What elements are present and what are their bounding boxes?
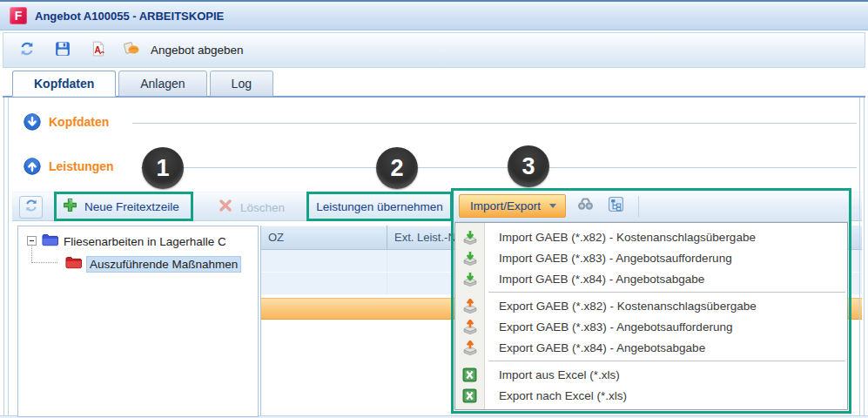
menu-item-export-excel[interactable]: Export nach Excel (*.xls) [455,385,847,406]
titlebar: F Angebot A100055 - ARBEITSKOPIE [0,2,868,30]
pdf-icon: A [91,41,106,60]
window-title: Angebot A100055 - ARBEITSKOPIE [35,10,224,23]
refresh-icon [19,41,35,60]
export-tray-icon [462,299,478,314]
export-tray-icon [462,340,478,355]
import-export-annotation-box: Import/Export Import GAEB (* [451,188,851,414]
tab-kopfdaten[interactable]: Kopfdaten [12,71,116,97]
save-icon [55,41,71,60]
tab-anlagen[interactable]: Anlagen [118,71,206,97]
submit-offer-button[interactable]: Angebot abgeben [123,41,244,59]
menu-separator [488,361,845,361]
import-tray-icon [462,230,478,245]
frame-line [859,98,860,416]
tree-root-label[interactable]: Fliesenarbeiten in Lagerhalle C [64,235,226,248]
section-kopfdaten-label[interactable]: Kopfdaten [49,115,109,129]
import-export-label: Import/Export [470,199,541,212]
section-leistungen-line [141,167,857,168]
application-window: F Angebot A100055 - ARBEITSKOPIE A Angeb… [0,0,868,418]
tree-node-root[interactable]: Fliesenarbeiten in Lagerhalle C [27,233,226,250]
app-logo-icon: F [10,7,27,24]
menu-item-export-x83[interactable]: Export GAEB (*.x83) - Angebotsaufforderu… [455,316,847,337]
menu-item-export-x84[interactable]: Export GAEB (*.x84) - Angebotsabgabe [455,337,847,358]
frame-line [864,98,865,416]
tree-view-button[interactable] [604,195,627,218]
hand-document-icon [123,41,140,59]
frame-line [8,98,9,416]
submit-offer-label: Angebot abgeben [151,44,244,57]
import-export-button[interactable]: Import/Export [459,194,566,218]
menu-item-export-x82[interactable]: Export GAEB (*.x82) - Kostenanschlagsübe… [455,295,847,316]
refresh-button[interactable] [16,39,38,62]
takeover-button[interactable]: Leistungen übernehmen [306,192,453,221]
excel-icon [462,388,478,403]
menu-item-import-x84[interactable]: Import GAEB (*.x84) - Angebotsabgabe [455,268,847,289]
refresh-list-button[interactable] [19,196,43,219]
chevron-down-icon [549,204,556,208]
new-freitext-button[interactable]: Neue Freitextzeile [54,192,193,221]
expand-section-icon[interactable] [24,158,41,175]
import-export-menu: Import GAEB (*.x82) - Kostenanschlagsübe… [454,222,848,410]
new-freitext-label: Neue Freitextzeile [84,200,179,213]
frame-line [3,98,4,416]
section-kopfdaten-line [132,123,857,124]
column-header-oz[interactable]: OZ [261,226,387,249]
main-toolbar: A Angebot abgeben [3,32,865,68]
section-leistungen-label[interactable]: Leistungen [49,159,114,173]
annotation-badge-3: 3 [508,145,549,187]
collapse-section-icon[interactable] [24,113,41,131]
tabstrip: Kopfdaten Anlagen Log [12,71,273,98]
pdf-export-button[interactable]: A [87,39,110,62]
save-button[interactable] [51,39,74,62]
tree-view-icon [609,197,623,215]
import-tray-icon [462,272,478,287]
menu-item-import-x82[interactable]: Import GAEB (*.x82) - Kostenanschlagsübe… [455,226,847,247]
takeover-label: Leistungen übernehmen [316,200,443,213]
menu-item-import-x83[interactable]: Import GAEB (*.x83) - Angebotsaufforderu… [455,247,847,268]
delete-button[interactable]: Löschen [219,192,285,222]
annotation-badge-1: 1 [142,147,184,189]
delete-x-icon [219,199,232,216]
tree-child-label[interactable]: Auszuführende Maßnahmen [87,257,240,272]
project-tree: Fliesenarbeiten in Lagerhalle C Auszufüh… [17,226,259,417]
import-export-strip: Import/Export [454,191,849,222]
binoculars-icon [577,198,594,214]
delete-label: Löschen [240,201,285,214]
tree-node-child[interactable]: Auszuführende Maßnahmen [65,255,240,273]
folder-blue-icon [42,233,58,249]
import-tray-icon [462,251,478,266]
menu-item-import-excel[interactable]: Import aus Excel (*.xls) [455,364,847,385]
annotation-badge-2: 2 [376,147,418,189]
search-button[interactable] [574,195,596,218]
folder-red-icon [65,256,82,272]
tab-log[interactable]: Log [210,71,273,97]
menu-separator [488,292,845,293]
excel-icon [462,367,478,382]
export-tray-icon [462,320,478,334]
toolbar-separator [638,196,639,217]
plus-icon [63,198,77,216]
collapse-node-icon[interactable] [27,235,37,248]
refresh-icon [24,199,38,216]
